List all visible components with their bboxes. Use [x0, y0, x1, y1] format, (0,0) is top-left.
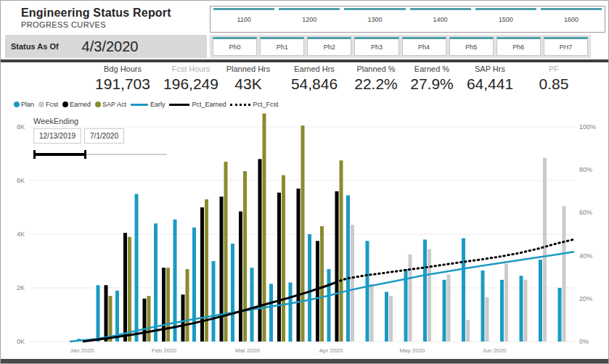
- plan-bar-5/8/2020[interactable]: [423, 239, 427, 342]
- slider-selected-range[interactable]: [35, 153, 86, 156]
- plan-bar-3/27/2020[interactable]: [308, 234, 311, 342]
- fcst-bar-4/10/2020[interactable]: [351, 225, 354, 342]
- phase-button-ph2[interactable]: Ph2: [307, 37, 351, 56]
- chart-legend: PlanFcstEarnedSAP ActEarlyPct_EarnedPct_…: [14, 101, 282, 108]
- fcst-bar-5/22/2020[interactable]: [466, 320, 470, 342]
- phase-button-ph6[interactable]: Ph6: [496, 37, 541, 56]
- plan-bar-5/29/2020[interactable]: [481, 270, 485, 342]
- fcst-bar-6/5/2020[interactable]: [504, 264, 508, 342]
- kpi-pf: PF0.85: [510, 65, 597, 93]
- legend-label: SAP Act: [102, 101, 126, 108]
- plan-bar-5/15/2020[interactable]: [443, 280, 446, 342]
- earned-bar-2/28/2020[interactable]: [239, 212, 242, 342]
- plan-bar-1/31/2020[interactable]: [154, 223, 158, 342]
- sap-bar-3/13/2020[interactable]: [282, 175, 285, 342]
- plan-bar-4/17/2020[interactable]: [366, 241, 369, 342]
- sap-bar-1/24/2020[interactable]: [147, 296, 151, 342]
- legend-item-pct-earned[interactable]: Pct_Earned: [169, 101, 226, 108]
- x-axis-month-label: Apr 2020: [319, 347, 343, 354]
- fcst-bar-5/29/2020[interactable]: [486, 297, 489, 342]
- earned-bar-1/10/2020[interactable]: [105, 285, 108, 342]
- week-end-input[interactable]: 7/1/2020: [84, 128, 124, 144]
- fcst-bar-5/8/2020[interactable]: [428, 249, 431, 342]
- earned-bar-4/3/2020[interactable]: [335, 191, 339, 342]
- header-divider: [1, 59, 609, 62]
- bottom-scrollbar[interactable]: [1, 359, 609, 364]
- legend-item-fcst[interactable]: Fcst: [38, 101, 58, 108]
- earned-bar-3/13/2020[interactable]: [277, 193, 281, 342]
- plan-bar-3/20/2020[interactable]: [289, 283, 293, 342]
- y-left-tick: 0K: [17, 338, 25, 345]
- plan-bar-2/28/2020[interactable]: [231, 244, 234, 342]
- phase-filter-group: Ph0Ph1Ph2Ph3Ph4Ph5Ph6PH7: [210, 35, 591, 58]
- plan-bar-1/24/2020[interactable]: [135, 194, 139, 342]
- week-range-slider[interactable]: [33, 149, 179, 160]
- area-button-1300[interactable]: 1300: [343, 7, 406, 32]
- plan-bar-1/10/2020[interactable]: [97, 285, 100, 342]
- x-axis-month-label: Jun 2020: [483, 347, 507, 354]
- sap-bar-3/27/2020[interactable]: [320, 226, 324, 342]
- area-button-1100[interactable]: 1100: [212, 7, 276, 32]
- legend-line-icon: [230, 104, 250, 106]
- sap-bar-1/17/2020[interactable]: [128, 237, 131, 342]
- earned-bar-1/17/2020[interactable]: [123, 233, 127, 342]
- area-button-1200[interactable]: 1200: [277, 7, 341, 32]
- area-button-1500[interactable]: 1500: [474, 7, 538, 32]
- plan-bar-2/21/2020[interactable]: [212, 261, 216, 342]
- plan-bar-3/6/2020[interactable]: [250, 268, 254, 342]
- plan-bar-6/5/2020[interactable]: [500, 280, 504, 342]
- fcst-bar-5/1/2020[interactable]: [409, 255, 412, 342]
- y-right-tick: 40%: [579, 252, 592, 260]
- area-button-1400[interactable]: 1400: [409, 7, 473, 32]
- fcst-bar-4/24/2020[interactable]: [389, 296, 393, 342]
- fcst-bar-6/12/2020[interactable]: [524, 280, 528, 342]
- y-left-tick: 2K: [17, 284, 25, 291]
- fcst-bar-4/17/2020[interactable]: [370, 284, 374, 342]
- earned-bar-3/27/2020[interactable]: [316, 241, 319, 342]
- legend-item-sap-act[interactable]: SAP Act: [95, 101, 126, 108]
- plan-bar-4/10/2020[interactable]: [346, 195, 350, 342]
- legend-line-icon: [131, 104, 148, 106]
- legend-item-plan[interactable]: Plan: [14, 101, 34, 108]
- week-start-input[interactable]: 12/13/2019: [33, 128, 81, 144]
- plan-bar-3/13/2020[interactable]: [269, 284, 273, 342]
- y-right-tick: 0%: [579, 338, 589, 345]
- slider-left-handle[interactable]: [33, 150, 36, 159]
- y-left-tick: 8K: [17, 123, 25, 131]
- plan-bar-6/26/2020[interactable]: [558, 288, 562, 342]
- legend-item-earned[interactable]: Earned: [62, 101, 91, 108]
- legend-item-early[interactable]: Early: [131, 101, 165, 108]
- earned-bar-3/20/2020[interactable]: [297, 189, 301, 342]
- sap-bar-2/7/2020[interactable]: [186, 269, 189, 342]
- plan-bar-6/12/2020[interactable]: [520, 276, 523, 342]
- legend-item-pct-fcst[interactable]: Pct_Fcst: [230, 101, 278, 108]
- area-button-1600[interactable]: 1600: [539, 7, 603, 32]
- phase-button-ph7[interactable]: PH7: [544, 37, 588, 56]
- earned-bar-3/6/2020[interactable]: [258, 159, 262, 342]
- x-axis-month-label: May 2020: [399, 347, 425, 354]
- earned-bar-2/21/2020[interactable]: [220, 197, 224, 342]
- fcst-bar-6/26/2020[interactable]: [563, 206, 566, 342]
- sap-bar-4/3/2020[interactable]: [340, 160, 343, 342]
- earned-bar-2/7/2020[interactable]: [181, 294, 185, 342]
- earned-bar-1/24/2020[interactable]: [143, 299, 147, 342]
- sap-bar-2/28/2020[interactable]: [243, 171, 247, 342]
- phase-button-ph4[interactable]: Ph4: [402, 37, 446, 56]
- phase-button-ph5[interactable]: Ph5: [449, 37, 494, 56]
- slider-right-handle[interactable]: [84, 150, 86, 159]
- sap-bar-1/31/2020[interactable]: [166, 268, 170, 342]
- plan-bar-4/24/2020[interactable]: [385, 292, 388, 342]
- sap-bar-1/10/2020[interactable]: [109, 296, 113, 342]
- plan-bar-4/3/2020[interactable]: [327, 269, 331, 342]
- earned-bar-1/31/2020[interactable]: [162, 268, 165, 342]
- plan-bar-5/22/2020[interactable]: [462, 239, 465, 342]
- fcst-bar-6/19/2020[interactable]: [543, 158, 547, 342]
- plan-bar-6/19/2020[interactable]: [539, 260, 542, 342]
- phase-button-ph3[interactable]: Ph3: [354, 37, 398, 56]
- fcst-bar-5/15/2020[interactable]: [447, 275, 451, 342]
- sap-bar-3/20/2020[interactable]: [301, 125, 305, 342]
- status-as-of-label: Status As Of: [11, 42, 59, 51]
- phase-button-ph0[interactable]: Ph0: [213, 37, 257, 56]
- plan-bar-1/17/2020[interactable]: [115, 291, 119, 342]
- phase-button-ph1[interactable]: Ph1: [260, 37, 304, 56]
